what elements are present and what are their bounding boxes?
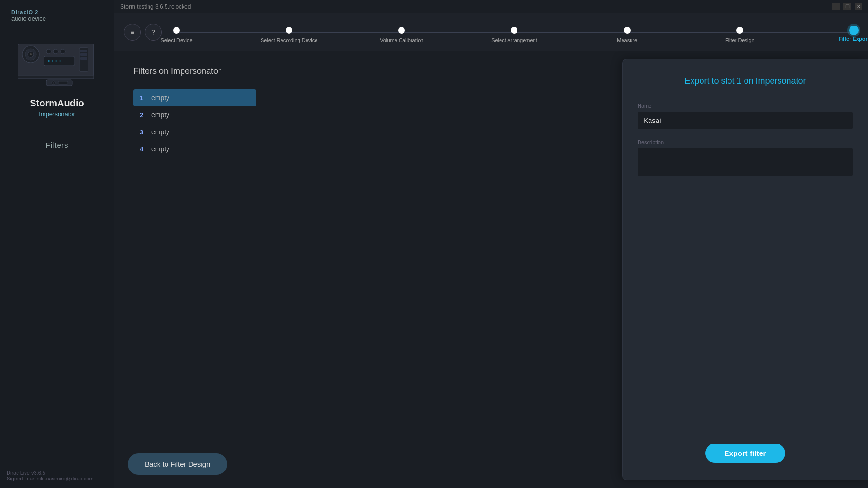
- svg-point-10: [52, 60, 53, 62]
- step-label-select-recording: Select Recording Device: [261, 37, 317, 43]
- sidebar: DiracIO 2 audio device: [0, 0, 114, 488]
- filter-num-2: 2: [140, 112, 151, 119]
- step-label-select-arrangement: Select Arrangement: [491, 37, 537, 43]
- sidebar-filters-label: Filters: [46, 141, 69, 149]
- minimize-button[interactable]: —: [832, 3, 840, 10]
- stepper: ≡ ? Select Device Select Recording Devic…: [114, 13, 868, 51]
- description-input[interactable]: [638, 148, 853, 176]
- filter-row-3[interactable]: 3 empty: [133, 123, 256, 140]
- filter-list: 1 empty 2 empty 3 empty 4 empty: [133, 89, 256, 157]
- svg-point-20: [53, 82, 54, 84]
- stepper-track: Select Device Select Recording Device Vo…: [173, 26, 859, 39]
- brand-block: DiracIO 2 audio device: [0, 9, 114, 22]
- step-dot-measure: [624, 27, 631, 34]
- filter-row-2[interactable]: 2 empty: [133, 106, 256, 123]
- app-title: Storm testing 3.6.5.relocked: [120, 3, 191, 10]
- step-volume-calibration[interactable]: Volume Calibration: [398, 27, 405, 37]
- window-controls: — ☐ ✕: [832, 3, 862, 10]
- step-label-select-device: Select Device: [160, 37, 192, 43]
- filter-row-1[interactable]: 1 empty: [133, 89, 256, 106]
- filter-num-1: 1: [140, 95, 151, 102]
- device-model: Impersonator: [39, 111, 75, 118]
- step-dot-filter-export: [849, 26, 859, 35]
- close-button[interactable]: ✕: [855, 3, 862, 10]
- svg-point-5: [46, 49, 51, 54]
- help-button[interactable]: ?: [145, 24, 162, 41]
- export-title-device: Impersonator: [756, 76, 806, 86]
- stepper-steps: Select Device Select Recording Device Vo…: [173, 26, 859, 39]
- device-name: StormAudio: [30, 98, 84, 109]
- step-dot-select-recording: [286, 27, 292, 34]
- name-label: Name: [638, 103, 853, 109]
- step-label-filter-export: Filter Export: [839, 36, 868, 42]
- svg-rect-16: [80, 57, 87, 60]
- filter-num-3: 3: [140, 129, 151, 136]
- filters-title: Filters on Impersonator: [133, 66, 603, 76]
- dirac-sub: audio device: [11, 15, 114, 22]
- back-to-filter-design-button[interactable]: Back to Filter Design: [128, 453, 227, 475]
- export-panel: Export to slot 1 on Impersonator Name De…: [622, 59, 868, 480]
- step-measure[interactable]: Measure: [624, 27, 631, 37]
- svg-point-6: [53, 49, 58, 54]
- svg-point-7: [61, 49, 65, 54]
- main-area: Storm testing 3.6.5.relocked — ☐ ✕ ≡ ? S…: [114, 0, 868, 488]
- export-btn-row: Export filter: [638, 444, 853, 463]
- step-dot-volume-calibration: [398, 27, 405, 34]
- step-select-device[interactable]: Select Device: [173, 27, 180, 37]
- step-dot-filter-design: [736, 27, 743, 34]
- export-title-prefix: Export to slot 1 on: [684, 76, 755, 86]
- menu-button[interactable]: ≡: [124, 24, 141, 41]
- filter-val-2: empty: [151, 111, 169, 119]
- titlebar: Storm testing 3.6.5.relocked — ☐ ✕: [114, 0, 868, 13]
- maximize-button[interactable]: ☐: [843, 3, 851, 10]
- svg-rect-17: [18, 75, 94, 79]
- export-title: Export to slot 1 on Impersonator: [638, 76, 853, 86]
- filter-row-4[interactable]: 4 empty: [133, 140, 256, 157]
- step-label-volume-calibration: Volume Calibration: [380, 37, 423, 43]
- step-select-recording[interactable]: Select Recording Device: [286, 27, 292, 37]
- filter-val-3: empty: [151, 128, 169, 136]
- svg-point-11: [55, 60, 57, 62]
- step-select-arrangement[interactable]: Select Arrangement: [511, 27, 517, 37]
- step-label-measure: Measure: [617, 37, 637, 43]
- export-filter-button[interactable]: Export filter: [705, 444, 785, 463]
- step-filter-export[interactable]: Filter Export: [849, 26, 859, 39]
- content-area: Filters on Impersonator 1 empty 2 empty …: [114, 51, 868, 488]
- dirac-label: DiracIO 2: [11, 9, 114, 15]
- stepper-controls: ≡ ?: [124, 24, 162, 41]
- svg-rect-21: [58, 81, 68, 84]
- filter-val-1: empty: [151, 94, 169, 102]
- svg-point-9: [48, 60, 50, 62]
- step-filter-design[interactable]: Filter Design: [736, 27, 743, 37]
- sidebar-divider: [11, 131, 103, 131]
- svg-point-12: [59, 60, 61, 62]
- filter-num-4: 4: [140, 146, 151, 153]
- sidebar-footer: Dirac Live v3.6.5 Signed in as nilo.casi…: [0, 470, 114, 488]
- filters-panel: Filters on Impersonator 1 empty 2 empty …: [114, 51, 622, 488]
- step-dot-select-arrangement: [511, 27, 517, 34]
- step-label-filter-design: Filter Design: [725, 37, 754, 43]
- svg-rect-14: [80, 50, 87, 52]
- svg-point-4: [30, 53, 32, 55]
- device-illustration: [16, 35, 98, 87]
- signed-in-label: Signed in as nilo.casimiro@dirac.com: [7, 476, 114, 481]
- name-input[interactable]: [638, 112, 853, 129]
- app-version: Dirac Live v3.6.5: [7, 470, 114, 476]
- desc-label: Description: [638, 139, 853, 145]
- svg-rect-15: [80, 53, 87, 56]
- filter-val-4: empty: [151, 145, 169, 153]
- step-dot-select-device: [173, 27, 180, 34]
